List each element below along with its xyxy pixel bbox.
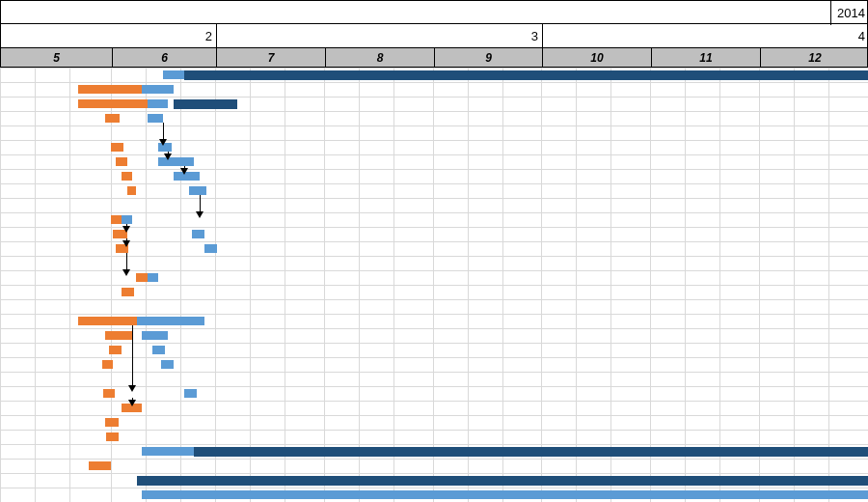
grid-row-line [0, 256, 868, 257]
quarter-cell: 4 [542, 24, 868, 48]
gantt-bar-baseline[interactable] [103, 389, 115, 398]
gantt-bar-baseline[interactable] [109, 346, 122, 354]
gantt-bar-baseline[interactable] [111, 215, 122, 224]
year-cell [1, 1, 830, 25]
arrow-head-icon [122, 269, 130, 276]
grid-row-line [0, 328, 868, 329]
year-cell: 2014 [830, 1, 868, 25]
gantt-bar-plan[interactable] [152, 346, 165, 354]
gantt-bar-plan[interactable] [137, 317, 204, 325]
gantt-bar-plan[interactable] [163, 70, 184, 79]
arrow-head-icon [159, 139, 167, 146]
gantt-bar-plan[interactable] [192, 230, 204, 238]
grid-row-line [0, 198, 868, 199]
gantt-bar-plan[interactable] [189, 186, 206, 195]
grid-row-line [0, 372, 868, 373]
gantt-bar-summary[interactable] [137, 476, 868, 486]
gantt-bar-plan[interactable] [148, 99, 169, 108]
gantt-bar-baseline[interactable] [122, 172, 132, 181]
month-cell: 12 [760, 48, 868, 68]
gantt-bar-plan[interactable] [204, 244, 217, 253]
gantt-bar-plan[interactable] [161, 360, 174, 369]
grid-row-line [0, 299, 868, 300]
gantt-bar-plan[interactable] [142, 331, 168, 340]
month-cell: 11 [651, 48, 760, 68]
gantt-bar-plan[interactable] [148, 114, 163, 123]
grid-row-line [0, 285, 868, 286]
gantt-bar-plan[interactable] [158, 157, 195, 166]
gantt-bar-baseline[interactable] [78, 85, 143, 94]
gantt-bar-summary[interactable] [194, 447, 868, 457]
gantt-grid [0, 68, 868, 502]
grid-row-line [0, 82, 868, 83]
grid-row-line [0, 444, 868, 445]
grid-row-line [0, 183, 868, 184]
arrow-head-icon [180, 168, 188, 175]
gantt-bar-baseline[interactable] [116, 157, 127, 166]
gantt-bar-summary[interactable] [174, 99, 237, 109]
grid-row-line [0, 97, 868, 98]
gantt-bar-baseline[interactable] [111, 143, 123, 152]
gantt-bar-baseline[interactable] [78, 317, 138, 325]
arrow-head-icon [122, 226, 130, 233]
grid-row-line [0, 415, 868, 416]
grid-row-line [0, 459, 868, 460]
gantt-bar-baseline[interactable] [105, 114, 119, 123]
grid-row-line [0, 314, 868, 315]
grid-row-line [0, 169, 868, 170]
grid-row-line [0, 154, 868, 155]
gantt-bar-plan[interactable] [184, 389, 197, 398]
arrow-head-icon [196, 211, 203, 218]
month-cell: 9 [434, 48, 542, 68]
gantt-bar-baseline[interactable] [89, 461, 111, 470]
gantt-bar-plan[interactable] [122, 215, 132, 224]
grid-row-line [0, 488, 868, 488]
gantt-bar-baseline[interactable] [102, 360, 113, 369]
grid-row-line [0, 343, 868, 344]
month-cell: 10 [542, 48, 651, 68]
quarter-cell: 2 [1, 24, 216, 48]
grid-row-line [0, 68, 868, 69]
arrow-head-icon [128, 400, 136, 406]
arrow-head-icon [128, 385, 136, 392]
gantt-bar-plan[interactable] [148, 273, 158, 282]
arrow-head-icon [122, 240, 130, 247]
grid-row-line [0, 140, 868, 141]
month-cell: 8 [325, 48, 434, 68]
grid-row-line [0, 357, 868, 358]
arrow-head-icon [164, 153, 172, 160]
quarter-cell: 3 [216, 24, 542, 48]
grid-row-line [0, 430, 868, 431]
gantt-bar-baseline[interactable] [105, 418, 118, 427]
header-month-row: 56789101112 [0, 48, 868, 68]
dependency-arrow [132, 325, 133, 389]
gantt-bar-baseline[interactable] [105, 331, 131, 340]
grid-row-line [0, 212, 868, 213]
gantt-bar-summary[interactable] [184, 70, 868, 80]
month-cell: 5 [1, 48, 112, 68]
grid-row-line [0, 473, 868, 474]
gantt-bar-baseline[interactable] [106, 432, 118, 441]
grid-row-line [0, 126, 868, 126]
gantt-bar-plan[interactable] [142, 490, 868, 499]
header-year-row: 2014 [0, 0, 868, 24]
month-cell: 6 [112, 48, 216, 68]
gantt-bar-baseline[interactable] [78, 99, 148, 108]
month-cell: 7 [216, 48, 325, 68]
gantt-bar-plan[interactable] [142, 85, 173, 94]
header-quarter-row: 234 [0, 24, 868, 48]
gantt-bar-baseline[interactable] [122, 288, 134, 296]
gantt-bar-baseline[interactable] [127, 186, 136, 195]
grid-row-line [0, 111, 868, 112]
gantt-bar-baseline[interactable] [136, 273, 148, 282]
